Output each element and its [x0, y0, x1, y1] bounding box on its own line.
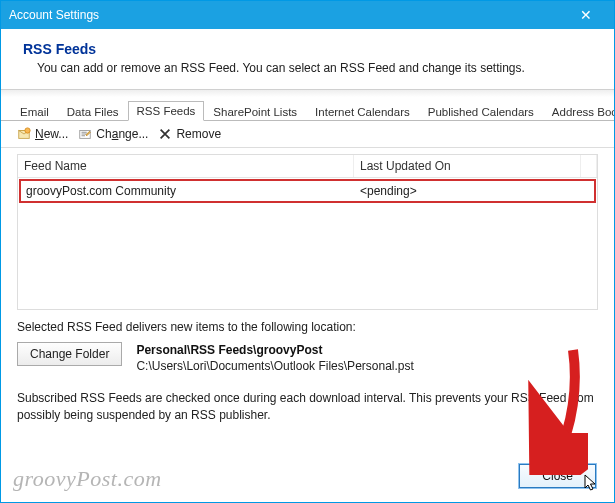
close-icon: ✕	[580, 7, 592, 23]
tab-data-files[interactable]: Data Files	[58, 102, 128, 121]
account-settings-window: Account Settings ✕ RSS Feeds You can add…	[0, 0, 615, 503]
change-icon	[78, 127, 92, 141]
titlebar: Account Settings ✕	[1, 1, 614, 29]
folder-path: Personal\RSS Feeds\groovyPost	[136, 342, 413, 358]
tab-rss-feeds[interactable]: RSS Feeds	[128, 101, 205, 121]
svg-point-2	[25, 128, 30, 133]
tab-email[interactable]: Email	[11, 102, 58, 121]
tab-published-calendars[interactable]: Published Calendars	[419, 102, 543, 121]
feed-table-header: Feed Name Last Updated On	[18, 155, 597, 178]
tab-strip: Email Data Files RSS Feeds SharePoint Li…	[1, 97, 614, 121]
new-icon	[17, 127, 31, 141]
col-feed-name[interactable]: Feed Name	[18, 155, 354, 177]
feed-table: Feed Name Last Updated On groovyPost.com…	[17, 154, 598, 310]
footnote: Subscribed RSS Feeds are checked once du…	[17, 390, 598, 422]
new-label: New...	[35, 127, 68, 141]
close-button[interactable]: Close	[519, 464, 596, 488]
file-path: C:\Users\Lori\Documents\Outlook Files\Pe…	[136, 358, 413, 374]
footer: Close	[1, 423, 614, 502]
tab-address-books[interactable]: Address Books	[543, 102, 615, 121]
window-title: Account Settings	[9, 8, 566, 22]
header: RSS Feeds You can add or remove an RSS F…	[1, 29, 614, 87]
window-close-button[interactable]: ✕	[566, 1, 606, 29]
feed-name-cell: groovyPost.com Community	[21, 181, 355, 201]
delivery-section: Selected RSS Feed delivers new items to …	[1, 310, 614, 384]
tab-sharepoint-lists[interactable]: SharePoint Lists	[204, 102, 306, 121]
table-row[interactable]: groovyPost.com Community <pending>	[19, 179, 596, 203]
delivers-text: Selected RSS Feed delivers new items to …	[17, 320, 598, 334]
toolbar: New... Change... Remove	[1, 121, 614, 148]
change-folder-button[interactable]: Change Folder	[17, 342, 122, 366]
page-title: RSS Feeds	[23, 41, 592, 57]
remove-label: Remove	[176, 127, 221, 141]
remove-button[interactable]: Remove	[158, 127, 221, 141]
change-button[interactable]: Change...	[78, 127, 148, 141]
col-spacer	[581, 155, 597, 177]
tab-internet-calendars[interactable]: Internet Calendars	[306, 102, 419, 121]
new-button[interactable]: New...	[17, 127, 68, 141]
feed-updated-cell: <pending>	[355, 181, 594, 201]
page-subtitle: You can add or remove an RSS Feed. You c…	[37, 61, 592, 75]
remove-icon	[158, 127, 172, 141]
change-label: Change...	[96, 127, 148, 141]
divider	[1, 89, 614, 97]
folder-info: Personal\RSS Feeds\groovyPost C:\Users\L…	[136, 342, 413, 374]
col-last-updated[interactable]: Last Updated On	[354, 155, 581, 177]
